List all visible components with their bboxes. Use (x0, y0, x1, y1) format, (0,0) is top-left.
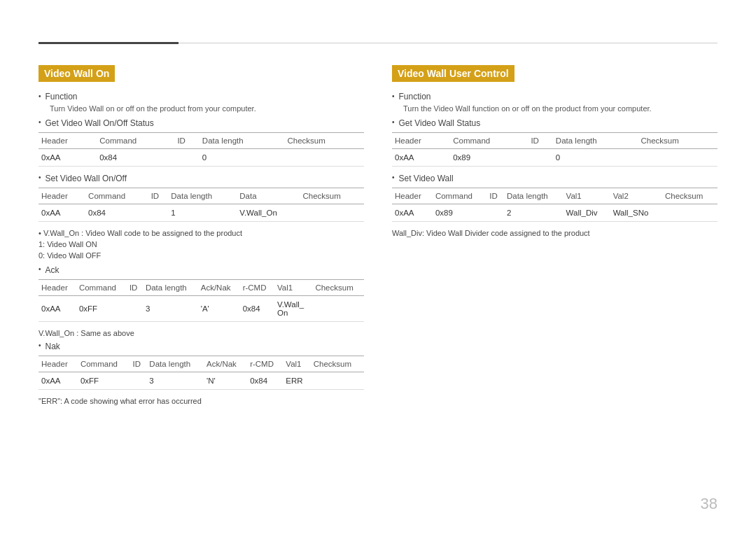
cell-checksum (285, 149, 365, 167)
nak-label: Nak (46, 342, 60, 351)
th-r-cmd: r-CMD (240, 280, 274, 296)
th-ack-nak: Ack/Nak (204, 356, 247, 372)
th-data-length: Data length (200, 133, 285, 149)
cell-header: 0xAA (392, 149, 450, 167)
bullet-icon: • (392, 174, 395, 181)
th-header: Header (38, 356, 78, 372)
th-header: Header (38, 188, 85, 204)
th-command: Command (450, 133, 528, 149)
cell-data-length: 3 (143, 296, 198, 322)
bullet-icon: • (392, 92, 395, 100)
page-number: 38 (701, 495, 718, 513)
cell-command: 0x89 (433, 204, 486, 222)
cell-header: 0xAA (392, 204, 433, 222)
cell-data-length: 2 (504, 204, 564, 222)
th-checksum: Checksum (312, 280, 364, 296)
get-status-bullet: • Get Video Wall On/Off Status (38, 118, 364, 128)
table-row: 0xAA 0x84 0 (38, 149, 364, 167)
cell-r-cmd: 0x84 (240, 296, 274, 322)
table-row: 0xAA 0xFF 3 'N' 0x84 ERR (38, 372, 364, 390)
bullet-icon: • (38, 174, 41, 181)
table-row: 0xAA 0x89 2 Wall_Div Wall_SNo (392, 204, 718, 222)
th-id: ID (127, 280, 143, 296)
vwall-on: 1: Video Wall ON (38, 240, 364, 248)
cell-ack: 'A' (198, 296, 240, 322)
th-command: Command (76, 280, 127, 296)
cell-val1: V.Wall_On (274, 296, 312, 322)
function-desc: Turn Video Wall on or off on the product… (50, 104, 364, 113)
cell-checksum (662, 204, 718, 222)
th-checksum: Checksum (311, 356, 364, 372)
cell-val1: Wall_Div (564, 204, 610, 222)
cell-data: V.Wall_On (237, 204, 300, 222)
th-header: Header (392, 133, 450, 149)
ack-note: V.Wall_On : Same as above (38, 329, 364, 337)
th-data-length: Data length (146, 356, 204, 372)
th-id: ID (130, 356, 147, 372)
cell-header: 0xAA (38, 204, 85, 222)
th-header: Header (38, 280, 76, 296)
vwall-note: • V.Wall_On : Video Wall code to be assi… (38, 229, 364, 237)
table-row: 0xAA 0xFF 3 'A' 0x84 V.Wall_On (38, 296, 364, 322)
th-val1: Val1 (283, 356, 310, 372)
get-table: Header Command ID Data length Checksum 0… (38, 132, 364, 167)
r-get-table: Header Command ID Data length Checksum 0… (392, 132, 718, 167)
th-data-length: Data length (143, 280, 198, 296)
r-get-status-bullet: • Get Video Wall Status (392, 118, 718, 128)
cell-data-length: 1 (168, 204, 237, 222)
cell-id (130, 372, 147, 390)
cell-command: 0x84 (97, 149, 174, 167)
nak-bullet: • Nak (38, 342, 364, 351)
th-checksum: Checksum (638, 133, 718, 149)
left-section: Video Wall On • Function Turn Video Wall… (38, 65, 364, 409)
th-header: Header (38, 133, 97, 149)
cell-checksum (312, 296, 364, 322)
th-val2: Val2 (610, 188, 662, 204)
cell-data-length: 3 (146, 372, 204, 390)
th-data-length: Data length (168, 188, 237, 204)
cell-val1: ERR (283, 372, 310, 390)
ack-table: Header Command ID Data length Ack/Nak r-… (38, 279, 364, 322)
r-function-desc: Turn the Video Wall function on or off o… (403, 104, 718, 113)
th-id: ID (174, 133, 199, 149)
table-row: 0xAA 0x84 1 V.Wall_On (38, 204, 364, 222)
th-id: ID (148, 188, 169, 204)
r-function-bullet: • Function (392, 92, 718, 101)
cell-val2: Wall_SNo (610, 204, 662, 222)
vwall-off: 0: Video Wall OFF (38, 251, 364, 260)
th-val1: Val1 (274, 280, 312, 296)
r-set-bullet: • Set Video Wall (392, 174, 718, 183)
th-id: ID (486, 188, 504, 204)
function-bullet: • Function (38, 92, 364, 101)
err-note: "ERR": A code showing what error has occ… (38, 397, 364, 405)
ack-label: Ack (46, 265, 59, 275)
th-command: Command (433, 188, 486, 204)
th-checksum: Checksum (662, 188, 718, 204)
th-command: Command (97, 133, 174, 149)
right-section-title: Video Wall User Control (392, 65, 514, 82)
cell-command: 0xFF (76, 296, 127, 322)
bullet-icon: • (38, 342, 41, 349)
cell-nak: 'N' (204, 372, 247, 390)
th-checksum: Checksum (285, 133, 365, 149)
th-command: Command (78, 356, 130, 372)
function-label: Function (46, 92, 78, 101)
r-wall-div-note: Wall_Div: Video Wall Divider code assign… (392, 229, 718, 237)
r-set-table: Header Command ID Data length Val1 Val2 … (392, 188, 718, 222)
cell-id (127, 296, 143, 322)
th-header: Header (392, 188, 433, 204)
cell-id (174, 149, 199, 167)
cell-checksum (638, 149, 718, 167)
right-section: Video Wall User Control • Function Turn … (392, 65, 718, 409)
cell-header: 0xAA (38, 372, 78, 390)
cell-data-length: 0 (200, 149, 285, 167)
th-checksum: Checksum (300, 188, 364, 204)
bullet-icon: • (38, 265, 41, 273)
th-ack-nak: Ack/Nak (198, 280, 240, 296)
th-command: Command (85, 188, 148, 204)
th-id: ID (528, 133, 552, 149)
r-set-label: Set Video Wall (399, 174, 454, 183)
ack-bullet: • Ack (38, 265, 364, 275)
bullet-icon: • (38, 92, 41, 100)
th-r-cmd: r-CMD (247, 356, 283, 372)
